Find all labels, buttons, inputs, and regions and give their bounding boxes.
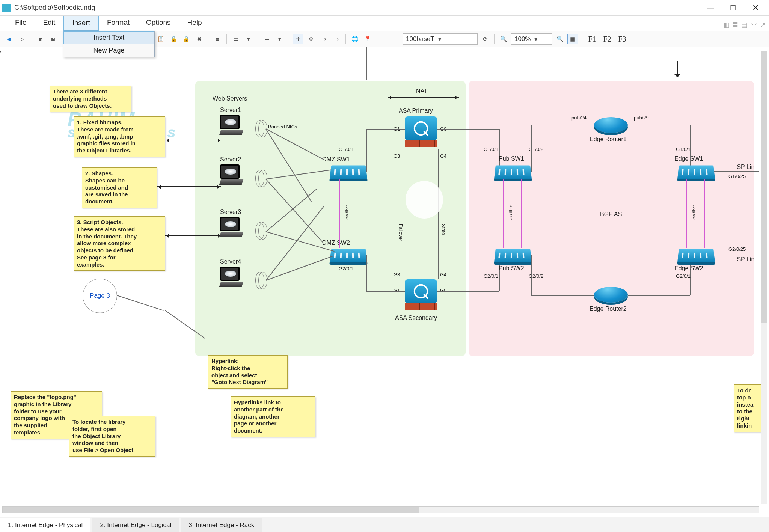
pub-sw1-icon[interactable] [494,166,532,179]
fit-icon[interactable]: ▣ [567,34,578,44]
chevron-down-icon: ▾ [534,35,538,43]
isp-cable [714,171,759,172]
server3-icon[interactable] [220,217,244,241]
note-bitmaps[interactable]: 1. Fixed bitmaps. These are made from .w… [74,116,165,157]
align-icon[interactable]: ≡ [212,34,223,44]
cable [531,255,532,295]
vertical-scrollbar[interactable] [761,51,767,504]
menu-options[interactable]: Options [138,16,179,31]
tab-page2[interactable]: 2. Internet Edge - Logical [92,518,179,532]
page3-link[interactable]: Page 3 [83,279,117,313]
menu-insert-text[interactable]: Insert Text [63,31,154,44]
menu-insert[interactable]: Insert [63,16,99,31]
menu-edit[interactable]: Edit [35,16,64,31]
menu-format[interactable]: Format [99,16,138,31]
note-right-clipped[interactable]: To dr top o instea to the right- linkin [734,384,764,432]
title-bar: C:\Softpedia\Softpedia.ndg — ☐ ✕ [0,0,769,16]
tool-icon[interactable]: ◧ [723,21,730,29]
zoom-in-icon[interactable]: 🔍 [555,34,565,44]
horizontal-scrollbar[interactable] [2,506,759,513]
cable [628,295,690,296]
globe-icon[interactable]: 🌐 [350,34,360,44]
zoom-out-icon[interactable]: 🔍 [498,34,509,44]
nav-fwd-icon[interactable]: ▷ [17,34,27,44]
link-icon[interactable]: ⇢ [318,34,329,44]
clipboard-icon[interactable]: 📋 [155,34,166,44]
nav-back-icon[interactable]: ◀ [4,34,14,44]
tab-page3[interactable]: 3. Internet Edge - Rack [181,518,262,532]
label-vss2: vss fiber [508,205,513,220]
menu-file[interactable]: File [7,16,35,31]
page-add-icon[interactable]: 🗎 [48,34,58,44]
label-edgesw2: Edge SW2 [674,265,703,272]
page-icon[interactable]: 🗎 [35,34,45,44]
diagram-canvas[interactable]: RAHIM SOFTWARES There are 3 different un… [0,47,769,515]
f2-button[interactable]: F2 [601,35,614,44]
label-isp2: ISP Lin [735,256,754,263]
note-library[interactable]: To locate the library folder, first open… [69,416,155,457]
scrollbar-thumb[interactable] [3,507,419,513]
connector-icon[interactable]: ─ [262,34,272,44]
line-style-preview[interactable] [383,39,398,39]
edge-sw1-icon[interactable] [677,166,715,179]
asa-secondary-icon[interactable] [405,279,437,312]
tool-icon[interactable]: ▤ [741,21,748,29]
app-icon [2,4,11,12]
connection-type-combo[interactable]: 100baseT ▾ [403,33,478,45]
f1-button[interactable]: F1 [586,35,599,44]
mask-circle [406,181,443,219]
tool-icon[interactable]: ≣ [733,21,738,29]
maximize-button[interactable]: ☐ [722,0,744,16]
failover-line [406,149,406,279]
toolbar-secondary: ◧ ≣ ▤ 〰 ↗ [723,18,766,32]
cable [366,291,405,292]
label-g101: G1/0/1 [339,146,353,152]
tool-icon[interactable]: ↗ [760,21,766,29]
dmz-sw2-icon[interactable] [330,249,367,262]
label-pub29: pub/29 [634,115,649,121]
tool-icon[interactable]: 〰 [751,21,757,29]
cable [437,129,499,130]
zoom-combo[interactable]: 100% ▾ [511,33,552,45]
page-tab-bar: 1. Internet Edge - Physical 2. Internet … [0,517,769,532]
pub-sw2-icon[interactable] [494,249,532,262]
selection-tool-icon[interactable]: ✛ [293,34,303,44]
note-shapes[interactable]: 2. Shapes. Shapes can be customised and … [82,167,157,208]
menu-new-page[interactable]: New Page [63,44,154,57]
dmz-sw1-icon[interactable] [330,166,367,179]
f3-button[interactable]: F3 [616,35,629,44]
edge-router1-icon[interactable] [594,117,628,133]
edge-sw2-icon[interactable] [677,249,715,262]
label-g3: G3 [394,153,400,159]
scrollbar-thumb[interactable] [761,51,767,323]
close-button[interactable]: ✕ [744,0,767,16]
label-edge-router1: Edge Router1 [590,136,627,143]
edge-router2-icon[interactable] [594,287,628,303]
label-g201-pub: G2/0/1 [484,273,498,279]
menu-help[interactable]: Help [179,16,210,31]
asa-primary-icon[interactable] [405,116,437,149]
label-g1b: G1 [394,288,400,293]
server4-icon[interactable] [220,267,244,291]
pin-icon[interactable]: 📍 [362,34,373,44]
lock2-icon[interactable]: 🔒 [181,34,191,44]
move-icon[interactable]: ✥ [306,34,316,44]
group-icon[interactable]: ▭ [231,34,241,44]
label-server1: Server1 [220,107,241,113]
note-hyperlink2[interactable]: Hyperlinks link to another part of the d… [231,396,315,437]
link2-icon[interactable]: ⇢ [331,34,342,44]
note-intro[interactable]: There are 3 different underlying methods… [50,86,131,112]
minimize-button[interactable]: — [699,0,722,16]
tab-page1[interactable]: 1. Internet Edge - Physical [0,518,90,532]
ungroup-icon[interactable]: ▾ [243,34,254,44]
server2-icon[interactable] [220,164,244,188]
note-hyperlink1[interactable]: Hyperlink: Right-click the object and se… [208,355,288,389]
reload-icon[interactable]: ⟳ [480,34,490,44]
server1-icon[interactable] [220,115,244,139]
note-scripts[interactable]: 3. Script Objects. These are also stored… [74,216,165,271]
label-server3: Server3 [220,209,241,216]
lock-icon[interactable]: 🔒 [168,34,179,44]
connector2-icon[interactable]: ▾ [274,34,285,44]
state-line [438,149,439,279]
delete-icon[interactable]: ✖ [194,34,204,44]
